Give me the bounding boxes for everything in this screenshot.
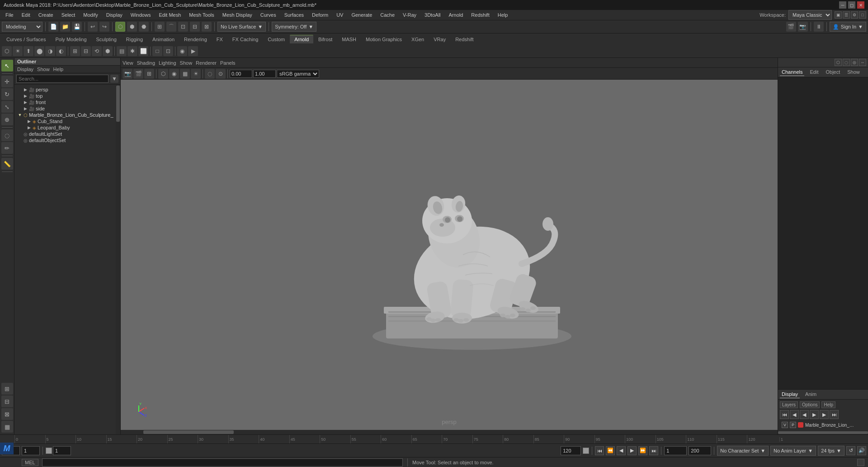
- cb-icon-2[interactable]: ◌: [843, 59, 850, 66]
- cb-icon-1[interactable]: ⬡: [835, 59, 842, 66]
- tab-sculpting[interactable]: Sculpting: [92, 35, 121, 43]
- timeline-ruler[interactable]: 0 5 10 15 20 25 30 35 40 45 50 55 60 65 …: [0, 434, 868, 443]
- outliner-menu-display[interactable]: Display: [17, 67, 33, 72]
- menu-select[interactable]: Select: [58, 11, 79, 19]
- lasso-mode-icon[interactable]: ⬢: [127, 22, 137, 32]
- viewport-scrollbar-h[interactable]: [121, 430, 778, 434]
- range-end-input[interactable]: [561, 446, 581, 455]
- layer-play-btn-6[interactable]: ⏭: [830, 410, 839, 419]
- undo-icon[interactable]: ↩: [88, 22, 98, 32]
- shelf-icon-6[interactable]: ◐: [56, 46, 66, 56]
- menu-arnold[interactable]: Arnold: [445, 11, 467, 19]
- range-out-input[interactable]: [689, 446, 711, 455]
- menu-edit-mesh[interactable]: Edit Mesh: [155, 11, 184, 19]
- vp-gamma-select[interactable]: sRGB gamma: [277, 70, 319, 78]
- layer-btn-help[interactable]: Help: [821, 401, 835, 408]
- frame-indicator-input[interactable]: [53, 446, 71, 455]
- vp-lighting-icon[interactable]: ☀: [191, 69, 201, 79]
- layer-play-btn-4[interactable]: ▶: [810, 410, 819, 419]
- outliner-menu-help[interactable]: Help: [53, 67, 64, 72]
- menu-redshift[interactable]: Redshift: [467, 11, 493, 19]
- layer-play-btn-3[interactable]: ◀: [800, 410, 809, 419]
- no-anim-layer-dropdown[interactable]: No Anim Layer ▼: [770, 446, 816, 456]
- shelf-icon-16[interactable]: ◉: [177, 46, 187, 56]
- tool-settings-icon[interactable]: ⚙: [851, 11, 858, 19]
- loop-btn[interactable]: ↺: [846, 446, 855, 455]
- vp-input-val2[interactable]: [253, 70, 276, 78]
- tree-item-object-set[interactable]: ◎ defaultObjectSet: [14, 137, 116, 143]
- new-scene-icon[interactable]: 📄: [48, 22, 58, 32]
- tab-display-layer[interactable]: Display: [780, 391, 800, 398]
- menu-windows[interactable]: Windows: [127, 11, 155, 19]
- menu-curves[interactable]: Curves: [257, 11, 280, 19]
- vp-isolate-icon[interactable]: ⊙: [216, 69, 226, 79]
- outliner-scrollbar[interactable]: [116, 85, 120, 434]
- symmetry-dropdown[interactable]: Symmetry: Off ▼: [272, 22, 316, 32]
- shelf-icon-5[interactable]: ◑: [45, 46, 55, 56]
- tab-fx-caching[interactable]: FX Caching: [228, 35, 263, 43]
- viewport-menu-lighting[interactable]: Lighting: [159, 60, 176, 66]
- quick-layout-2[interactable]: ⊟: [1, 396, 13, 407]
- snap-point-icon[interactable]: ⊡: [178, 22, 188, 32]
- range-in-input[interactable]: [664, 446, 687, 455]
- outliner-search-input[interactable]: [16, 75, 108, 83]
- prev-frame-btn[interactable]: ⏪: [606, 446, 615, 455]
- shelf-icon-9[interactable]: ⟲: [92, 46, 102, 56]
- shelf-icon-2[interactable]: ☀: [13, 46, 23, 56]
- tab-custom[interactable]: Custom: [263, 35, 289, 43]
- shelf-icon-4[interactable]: ⬤: [34, 46, 44, 56]
- menu-mesh-display[interactable]: Mesh Display: [219, 11, 256, 19]
- soft-mod-tool[interactable]: ◌: [1, 129, 13, 141]
- shelf-icon-11[interactable]: ▤: [117, 46, 127, 56]
- scale-tool[interactable]: ⤡: [1, 101, 13, 113]
- ipr-icon[interactable]: 📷: [798, 22, 808, 32]
- shelf-icon-1[interactable]: ⬡: [2, 46, 12, 56]
- shelf-icon-3[interactable]: ⬆: [24, 46, 33, 56]
- paint-select-icon[interactable]: ⬣: [139, 22, 149, 32]
- vp-smooth-icon[interactable]: ◉: [169, 69, 179, 79]
- tab-vray[interactable]: VRay: [429, 35, 450, 43]
- open-scene-icon[interactable]: 📁: [60, 22, 70, 32]
- menu-display[interactable]: Display: [103, 11, 126, 19]
- menu-surfaces[interactable]: Surfaces: [281, 11, 307, 19]
- menu-create[interactable]: Create: [35, 11, 57, 19]
- menu-help[interactable]: Help: [494, 11, 512, 19]
- tree-item-side[interactable]: ▶ 🎥 side: [14, 105, 116, 112]
- shelf-icon-7[interactable]: ⊞: [70, 46, 80, 56]
- save-scene-icon[interactable]: 💾: [72, 22, 82, 32]
- layer-vis-v[interactable]: V: [782, 422, 788, 428]
- tab-poly-modeling[interactable]: Poly Modeling: [51, 35, 91, 43]
- tab-animation[interactable]: Animation: [148, 35, 179, 43]
- paint-tool[interactable]: ✏: [1, 142, 13, 154]
- tab-fx[interactable]: FX: [212, 35, 227, 43]
- menu-generate[interactable]: Generate: [348, 11, 376, 19]
- tab-object-cb[interactable]: Object: [824, 68, 842, 76]
- shelf-icon-14[interactable]: □: [152, 46, 162, 56]
- viewport-menu-view[interactable]: View: [123, 60, 133, 66]
- menu-mesh-tools[interactable]: Mesh Tools: [185, 11, 217, 19]
- no-live-surface-dropdown[interactable]: No Live Surface ▼: [217, 22, 266, 32]
- tab-anim-layer[interactable]: Anim: [803, 391, 818, 398]
- vp-textured-icon[interactable]: ▦: [180, 69, 190, 79]
- select-tool[interactable]: ↖: [1, 60, 13, 71]
- viewport-menu-renderer[interactable]: Renderer: [196, 60, 217, 66]
- step-back-btn[interactable]: ◀: [617, 446, 626, 455]
- pause-icon[interactable]: ⏸: [814, 22, 824, 32]
- vp-camera-icon[interactable]: 📷: [123, 69, 132, 79]
- cb-icon-4[interactable]: ↔: [859, 59, 866, 66]
- layer-btn-layers[interactable]: Layers: [780, 401, 798, 408]
- workspace-select[interactable]: Maya Classic: [788, 10, 832, 20]
- vp-film-icon[interactable]: 🎬: [133, 69, 143, 79]
- tab-channels[interactable]: Channels: [780, 68, 804, 76]
- ui-elements-icon[interactable]: □: [859, 11, 866, 19]
- tab-curves-surfaces[interactable]: Curves / Surfaces: [2, 35, 50, 43]
- audio-btn[interactable]: 🔊: [857, 446, 866, 455]
- redo-icon[interactable]: ↪: [99, 22, 109, 32]
- move-tool[interactable]: ✛: [1, 76, 13, 87]
- shelf-icon-15[interactable]: ⊡: [163, 46, 173, 56]
- mode-select[interactable]: Modeling: [2, 22, 42, 32]
- tab-redshift[interactable]: Redshift: [451, 35, 478, 43]
- tree-item-leopard-baby[interactable]: ▶ ◈ Leopard_Baby: [14, 124, 116, 131]
- status-icon-1[interactable]: [857, 459, 864, 466]
- script-input[interactable]: [42, 458, 403, 467]
